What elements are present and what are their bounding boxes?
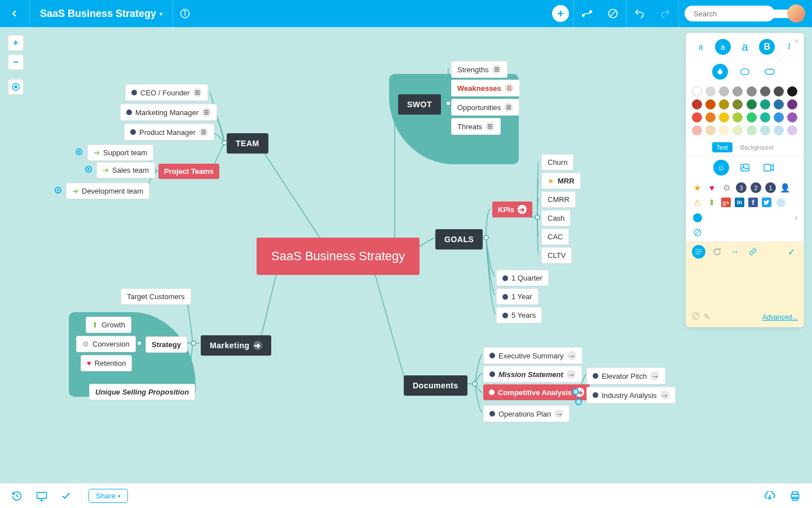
text-size-large-button[interactable]: a (737, 39, 753, 55)
node-growth[interactable]: ⬆Growth (86, 317, 131, 333)
facebook-icon[interactable]: f (748, 198, 758, 207)
node-documents[interactable]: Documents (404, 375, 467, 396)
circle-light-icon[interactable] (775, 197, 786, 208)
color-swatch[interactable] (719, 86, 729, 97)
number-1-icon[interactable]: 1 (765, 182, 776, 193)
node-dev-team[interactable]: ➜Development team (66, 183, 149, 199)
color-swatch[interactable] (760, 86, 770, 97)
cloud-download-button[interactable] (760, 488, 779, 505)
color-swatch[interactable] (732, 112, 743, 122)
color-swatch[interactable] (787, 86, 797, 97)
color-swatch[interactable] (760, 99, 770, 110)
node-ceo[interactable]: CEO / Founder (125, 84, 208, 101)
node-cash[interactable]: Cash (541, 210, 571, 226)
text-size-small-button[interactable]: a (693, 39, 709, 55)
node-goals[interactable]: GOALS (435, 229, 483, 249)
collapse-toggle[interactable] (55, 187, 61, 194)
star-icon[interactable]: ★ (692, 182, 703, 193)
node-elevator-pitch[interactable]: Elevator Pitch→ (586, 367, 665, 384)
linkedin-icon[interactable]: in (735, 198, 744, 207)
color-swatch[interactable] (705, 86, 716, 97)
color-swatch[interactable] (732, 86, 743, 97)
collapse-toggle[interactable] (85, 166, 92, 173)
task-tab[interactable]: ✓ (784, 245, 798, 259)
node-marketing-manager[interactable]: Marketing Manager (120, 104, 217, 121)
color-swatch[interactable] (732, 125, 743, 135)
info-button[interactable] (173, 8, 197, 19)
block-button[interactable] (600, 0, 626, 27)
fill-color-button[interactable] (712, 64, 728, 80)
color-swatch[interactable] (705, 112, 716, 122)
color-swatch[interactable] (692, 99, 702, 110)
foot-edit-icon[interactable]: ✎ (703, 312, 710, 322)
attachment-tab[interactable] (746, 245, 760, 259)
gear-icon[interactable]: ⚙ (721, 182, 732, 193)
color-swatch[interactable] (747, 125, 757, 135)
block-small-icon[interactable] (692, 227, 703, 238)
node-kpis[interactable]: KPIs➜ (492, 202, 532, 217)
image-button[interactable] (737, 160, 753, 176)
print-button[interactable] (786, 487, 804, 505)
color-swatch[interactable] (787, 112, 797, 122)
zoom-in-button[interactable]: + (8, 35, 24, 51)
present-button[interactable] (33, 488, 51, 505)
node-strengths[interactable]: Strengths (451, 61, 508, 78)
heart-icon[interactable]: ♥ (707, 182, 717, 193)
color-swatch[interactable] (705, 125, 716, 135)
number-3-icon[interactable]: 3 (736, 182, 747, 193)
node-target-customers[interactable]: Target Customers (121, 288, 191, 305)
node-1quarter[interactable]: 1 Quarter (496, 270, 549, 286)
node-5years[interactable]: 5 Years (496, 307, 542, 323)
foot-block-icon[interactable] (692, 312, 700, 322)
node-weaknesses[interactable]: Weaknesses (451, 80, 520, 97)
search-box[interactable] (685, 6, 775, 21)
node-industry-analysis[interactable]: Industry Analysis→ (586, 387, 676, 404)
user-avatar[interactable] (787, 5, 805, 23)
link-tab-arrow[interactable]: → (728, 245, 742, 259)
text-size-medium-button[interactable]: a (715, 39, 731, 55)
google-plus-icon[interactable]: g+ (721, 198, 731, 207)
node-mission[interactable]: Mission Statement→ (483, 366, 582, 383)
warning-icon[interactable]: ⚠ (692, 197, 703, 208)
node-1year[interactable]: 1 Year (496, 288, 539, 305)
shape-button[interactable] (762, 64, 778, 80)
border-color-button[interactable] (737, 64, 753, 80)
tasks-button[interactable] (58, 488, 74, 505)
emoji-button[interactable]: ☺ (713, 160, 729, 176)
collapse-toggle[interactable] (76, 148, 82, 155)
color-swatch[interactable] (719, 125, 729, 135)
node-threats[interactable]: Threats (451, 118, 501, 135)
color-swatch[interactable] (692, 112, 702, 122)
connections-button[interactable] (574, 0, 600, 27)
notes-tab[interactable] (692, 245, 705, 259)
color-swatch[interactable] (760, 125, 770, 135)
color-swatch[interactable] (747, 86, 757, 97)
node-strategy[interactable]: Strategy (145, 336, 187, 353)
color-swatch[interactable] (692, 125, 702, 135)
node-cltv[interactable]: CLTV (541, 247, 572, 264)
color-swatch[interactable] (774, 99, 784, 110)
central-node[interactable]: SaaS Business Strategy (257, 238, 420, 275)
node-retention[interactable]: ♥Retention (81, 355, 132, 371)
node-exec-summary[interactable]: Executive Summary→ (483, 347, 582, 364)
color-swatch[interactable] (719, 112, 729, 122)
map-title-dropdown[interactable]: SaaS Business Strategy ▾ (30, 8, 173, 20)
close-sidebar-button[interactable]: × (794, 37, 799, 47)
color-swatch[interactable] (787, 125, 797, 135)
node-marketing[interactable]: Marketing➜ (201, 335, 271, 356)
color-swatch[interactable] (747, 99, 757, 110)
color-swatch[interactable] (747, 112, 757, 122)
color-swatch[interactable] (705, 99, 716, 110)
number-2-icon[interactable]: 2 (751, 182, 761, 193)
node-operations-plan[interactable]: Operations Plan→ (483, 405, 570, 422)
node-conversion[interactable]: ⚙Conversion (76, 336, 136, 352)
node-project-teams[interactable]: Project Teams (158, 164, 219, 179)
node-product-manager[interactable]: Product Manager (124, 124, 214, 141)
node-churn[interactable]: Churn (541, 154, 573, 170)
back-button[interactable] (0, 10, 29, 17)
node-team[interactable]: TEAM (227, 133, 268, 154)
node-swot[interactable]: SWOT (398, 94, 441, 115)
undo-button[interactable] (626, 0, 652, 27)
color-swatch[interactable] (719, 99, 729, 110)
person-icon[interactable]: 👤 (780, 182, 791, 193)
